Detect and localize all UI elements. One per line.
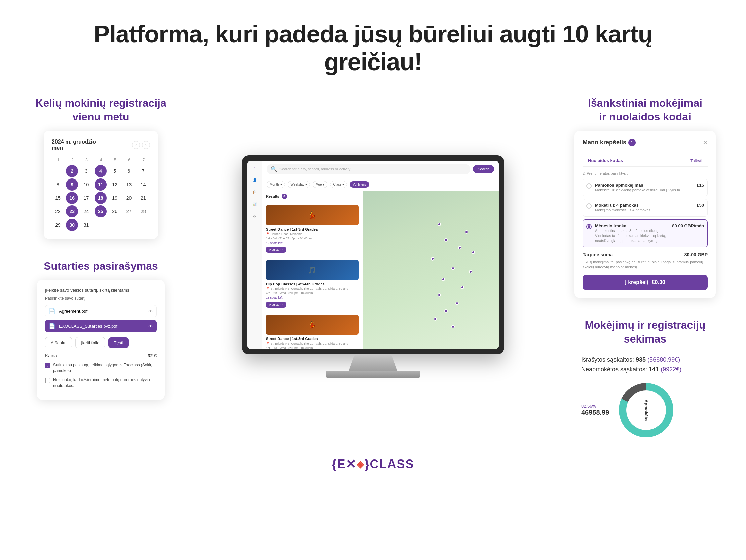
result-card-3: 💃 Street Dance | 1st-3rd Grades 📍 St. Br…: [262, 311, 363, 349]
checkbox-1[interactable]: ✓: [45, 363, 51, 369]
cart-section-title: Išankstiniai mokėjimaiir nuolaidos kodai: [564, 96, 726, 124]
cal-day-15[interactable]: 15: [52, 192, 64, 204]
cal-day-2[interactable]: 2: [66, 165, 78, 177]
cal-day-29[interactable]: 29: [52, 219, 64, 231]
cal-day-20[interactable]: 20: [123, 192, 135, 204]
logo-open-brace: {: [332, 457, 337, 471]
sub-option-2[interactable]: Mokėti už 4 pamokas Mokėjimo mokestis už…: [582, 199, 708, 216]
all-filters-button[interactable]: All filters: [350, 181, 369, 187]
cal-day-21[interactable]: 21: [137, 192, 149, 204]
cal-day-30[interactable]: 30: [66, 219, 78, 231]
cal-day-6[interactable]: 6: [123, 165, 135, 177]
cal-day-10[interactable]: 10: [80, 178, 92, 190]
map-dot-10: [444, 309, 448, 313]
file-item-2[interactable]: 📄 EXOCLASS_Sutarties pvz.pdf 👁: [45, 320, 157, 332]
calendar-section: Kelių mokinių registracijavienu metu 202…: [20, 96, 182, 239]
radio-1[interactable]: [586, 183, 592, 188]
filter-bar: Month ▾ Weekday ▾ Age ▾ Class ▾ All filt…: [262, 178, 499, 191]
result-time-1: 1st - 3rd · Tue 03:45pm - 04:45pm: [266, 237, 358, 240]
file-name-2: EXOCLASS_Sutarties pvz.pdf: [59, 324, 145, 329]
cal-day-22[interactable]: 22: [52, 205, 64, 217]
result-spots-1: 12 spots left: [266, 241, 358, 245]
search-button[interactable]: Search: [473, 165, 494, 173]
cal-day-28[interactable]: 28: [137, 205, 149, 217]
result-image-1: 💃: [266, 205, 358, 225]
cal-day-18[interactable]: 18: [94, 192, 107, 204]
file-item-1[interactable]: 📄 Agreement.pdf 👁: [45, 305, 157, 317]
donut-labels: 82.56% 46958.99: [581, 404, 609, 416]
screen-inner: ⌂ 👤 📋 📊 ⚙ 🔍 Search: [247, 161, 499, 349]
calendar-section-title: Kelių mokinių registracijavienu metu: [20, 96, 182, 124]
price-label: Kaina:: [45, 353, 59, 358]
cal-day-12[interactable]: 12: [109, 178, 121, 190]
cal-day-3[interactable]: 3: [80, 165, 92, 177]
sidebar-doc-icon[interactable]: 📋: [251, 189, 258, 196]
weekday-filter[interactable]: Weekday ▾: [288, 181, 310, 188]
checkout-price: £0.30: [652, 279, 665, 285]
cal-day-7[interactable]: 7: [137, 165, 149, 177]
checkout-button[interactable]: Į krepšelį £0.30: [582, 275, 708, 290]
sidebar-users-icon[interactable]: 👤: [251, 177, 258, 183]
sidebar-chart-icon[interactable]: 📊: [251, 201, 258, 208]
sidebar-settings-icon[interactable]: ⚙: [251, 213, 258, 220]
register-button-1[interactable]: Register ›: [266, 247, 286, 253]
next-button[interactable]: Tęsti: [108, 337, 128, 348]
radio-2[interactable]: [586, 203, 592, 209]
eye-icon-2[interactable]: 👁: [148, 324, 153, 329]
radio-3[interactable]: [586, 224, 592, 229]
cal-day-17[interactable]: 17: [80, 192, 92, 204]
cal-day-26[interactable]: 26: [109, 205, 121, 217]
search-magnifier-icon: 🔍: [271, 166, 278, 172]
cal-day-27[interactable]: 27: [123, 205, 135, 217]
age-filter[interactable]: Age ▾: [313, 181, 327, 188]
map-dot-2: [444, 238, 448, 242]
cal-day-9[interactable]: 9: [66, 178, 78, 190]
contract-actions: Atšaukti Įkelti failą Tęsti: [45, 337, 157, 348]
screen-main: 🔍 Search for a city, school, address or …: [262, 161, 499, 349]
total-row: Tarpinė suma 80.00 GBP: [582, 252, 708, 258]
register-button-2[interactable]: Register ›: [266, 301, 286, 307]
checkbox-row-1[interactable]: ✓ Sutinku su paslaugų teikimo sąlygomis …: [45, 362, 157, 374]
month-filter[interactable]: Month ▾: [267, 181, 285, 188]
cal-day-24[interactable]: 24: [80, 205, 92, 217]
search-input-area[interactable]: 🔍 Search for a city, school, address or …: [267, 164, 470, 174]
sub-option-1[interactable]: Pamokos apmokėjimas Mokėkite už kiekvien…: [582, 179, 708, 196]
cal-day-23[interactable]: 23: [66, 205, 78, 217]
cal-day-8[interactable]: 8: [52, 178, 64, 190]
cal-next-btn[interactable]: ›: [142, 141, 150, 149]
cal-day-13[interactable]: 13: [123, 178, 135, 190]
footer: { E ✕ ◈ } CLASS: [0, 444, 746, 481]
cal-prev-btn[interactable]: ‹: [132, 141, 140, 149]
discount-tab[interactable]: Nuolaidos kodas: [582, 155, 628, 167]
cal-day-14[interactable]: 14: [137, 178, 149, 190]
cal-header-5: 5: [109, 156, 121, 164]
screen-body: Results 8 💃 Street Dance | 1st-3rd Gra: [262, 191, 499, 349]
cancel-button[interactable]: Atšaukti: [45, 337, 72, 348]
calendar-month: 2024 m. gruodžiomėn: [52, 139, 96, 151]
cart-title: Mano krepšelis: [582, 139, 626, 146]
unpaid-amount: (9922€): [661, 366, 682, 373]
checkbox-row-2[interactable]: Nesutinku, kad užsiėmimo metu būtų darom…: [45, 377, 157, 389]
class-filter[interactable]: Class ▾: [330, 181, 347, 188]
cart-close-button[interactable]: ✕: [702, 139, 708, 146]
sub-desc-2: Mokėjimo mokestis už 4 pamokas.: [595, 208, 693, 213]
left-column: Kelių mokinių registracijavienu metu 202…: [20, 89, 182, 444]
map-dot-14: [434, 317, 437, 321]
upload-button[interactable]: Įkelti failą: [75, 337, 105, 348]
sub-option-3[interactable]: Mėnesio įmoka Apmokestinama kas 3 mėnesi…: [582, 219, 708, 247]
sub-price-1: £15: [696, 182, 704, 187]
eye-icon-1[interactable]: 👁: [148, 308, 153, 314]
cal-day-16[interactable]: 16: [66, 192, 78, 204]
result-card-2: 🎵 Hip Hop Classes | 4th-6th Grades 📍 St.…: [262, 257, 363, 311]
cal-day-4[interactable]: 4: [94, 165, 107, 177]
logo-e: E: [337, 457, 345, 471]
cal-day-25[interactable]: 25: [94, 205, 107, 217]
apply-button[interactable]: Taikyti: [685, 155, 708, 167]
sidebar-home-icon[interactable]: ⌂: [251, 165, 258, 171]
checkbox-2[interactable]: [45, 378, 51, 383]
cal-day-31[interactable]: 31: [80, 219, 92, 231]
cal-day-11[interactable]: 11: [94, 178, 107, 190]
file-name-1: Agreement.pdf: [59, 308, 145, 314]
cal-day-19[interactable]: 19: [109, 192, 121, 204]
cal-day-5[interactable]: 5: [109, 165, 121, 177]
